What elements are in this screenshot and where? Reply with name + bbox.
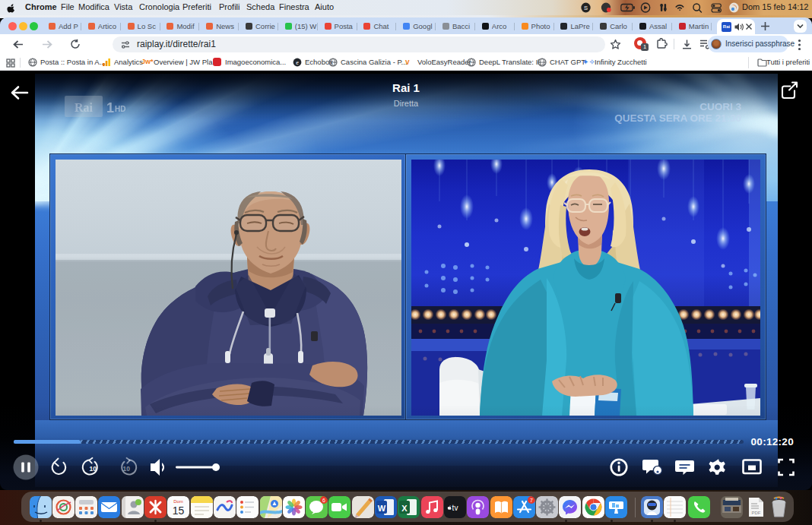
svg-text:PDF: PDF xyxy=(751,511,760,515)
svg-text:e: e xyxy=(296,59,299,66)
svg-text:Dom: Dom xyxy=(173,499,183,504)
svg-text:QUESTA SERA ORE 21:30: QUESTA SERA ORE 21:30 xyxy=(614,112,741,124)
svg-text:Rai: Rai xyxy=(75,101,94,114)
svg-text:Diretta: Diretta xyxy=(394,99,419,108)
svg-text:HD: HD xyxy=(115,105,125,113)
svg-text:X: X xyxy=(402,504,408,513)
svg-text:S: S xyxy=(584,5,588,11)
svg-text:7: 7 xyxy=(530,498,533,503)
svg-text:10: 10 xyxy=(123,465,131,473)
svg-text:tv: tv xyxy=(452,504,458,512)
svg-text:W: W xyxy=(378,504,386,513)
svg-text:6: 6 xyxy=(322,498,325,503)
svg-text:15: 15 xyxy=(173,504,185,517)
svg-text:1: 1 xyxy=(106,100,114,115)
svg-text:Rai 1: Rai 1 xyxy=(392,81,420,94)
svg-text:CUORI 3: CUORI 3 xyxy=(699,101,741,112)
svg-text:10: 10 xyxy=(90,465,97,473)
